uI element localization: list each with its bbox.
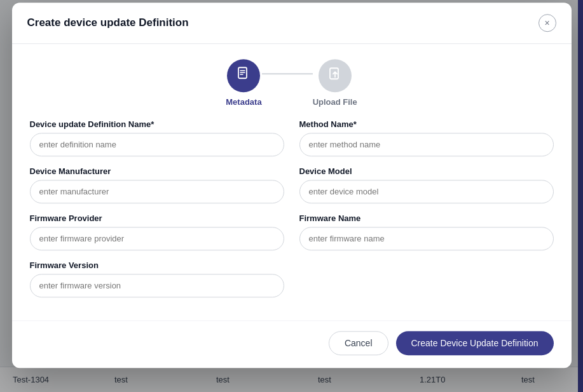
form-group-device-model: Device Model: [299, 166, 554, 203]
step-upload: Upload File: [313, 59, 357, 107]
form-group-definition-name: Device update Definition Name*: [30, 119, 284, 156]
step-connector: [262, 74, 313, 75]
create-button[interactable]: Create Device Update Definition: [396, 331, 554, 355]
step-metadata: Metadata: [226, 59, 261, 107]
input-manufacturer[interactable]: [30, 180, 284, 203]
form-group-empty: [299, 260, 554, 297]
modal-title: Create device update Definition: [27, 17, 189, 29]
step1-circle: [227, 59, 260, 92]
input-firmware-version[interactable]: [30, 274, 284, 297]
form-row-2: Device Manufacturer Device Model: [30, 166, 554, 203]
step2-icon: [327, 67, 343, 84]
label-manufacturer: Device Manufacturer: [30, 166, 284, 176]
modal-body: Device update Definition Name* Method Na…: [12, 119, 572, 320]
input-device-model[interactable]: [299, 180, 554, 203]
modal-footer: Cancel Create Device Update Definition: [12, 320, 572, 368]
label-definition-name: Device update Definition Name*: [30, 119, 284, 129]
input-firmware-provider[interactable]: [30, 227, 284, 250]
step1-icon: [236, 66, 251, 84]
form-group-firmware-name: Firmware Name: [299, 213, 554, 250]
label-firmware-name: Firmware Name: [299, 213, 554, 223]
form-row-3: Firmware Provider Firmware Name: [30, 213, 554, 250]
input-method-name[interactable]: [299, 133, 554, 156]
input-definition-name[interactable]: [30, 133, 284, 156]
label-device-model: Device Model: [299, 166, 554, 176]
form-row-4: Firmware Version: [30, 260, 554, 297]
form-group-firmware-version: Firmware Version: [30, 260, 284, 297]
stepper: Metadata Upload File: [12, 44, 572, 119]
form-group-method-name: Method Name*: [299, 119, 554, 156]
form-group-firmware-provider: Firmware Provider: [30, 213, 284, 250]
label-firmware-provider: Firmware Provider: [30, 213, 284, 223]
input-firmware-name[interactable]: [299, 227, 554, 250]
step2-circle: [319, 59, 352, 92]
close-button[interactable]: ×: [538, 14, 556, 32]
form-group-manufacturer: Device Manufacturer: [30, 166, 284, 203]
step2-label: Upload File: [313, 97, 357, 107]
step1-label: Metadata: [226, 97, 261, 107]
create-definition-modal: Create device update Definition × Metada…: [12, 3, 572, 368]
cancel-button[interactable]: Cancel: [329, 331, 388, 355]
label-firmware-version: Firmware Version: [30, 260, 284, 270]
label-method-name: Method Name*: [299, 119, 554, 129]
modal-header: Create device update Definition ×: [12, 3, 572, 44]
form-row-1: Device update Definition Name* Method Na…: [30, 119, 554, 156]
